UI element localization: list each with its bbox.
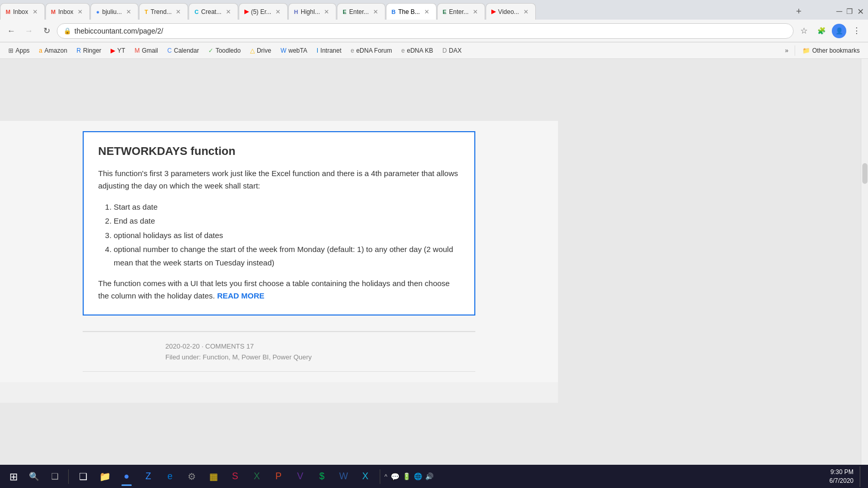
chat-icon[interactable]: 💬 <box>391 473 399 481</box>
scroll-track[interactable] <box>861 59 868 465</box>
category-link[interactable]: Power BI <box>241 353 269 361</box>
bookmark-icon: ⊞ <box>8 47 13 54</box>
list-item: optional number to change the start of t… <box>114 243 460 269</box>
tab-tab7[interactable]: H Highl... ✕ <box>288 3 336 20</box>
taskbar-chrome[interactable]: ● <box>116 466 137 487</box>
tab-close-button[interactable]: ✕ <box>224 8 233 16</box>
tab-title: The B... <box>398 8 420 15</box>
tab-favicon: M <box>6 9 10 15</box>
bookmark-label: YT <box>117 47 125 54</box>
bookmark-12[interactable]: DDAX <box>438 45 466 56</box>
taskbar-edge[interactable]: e <box>160 466 180 487</box>
taskbar-word[interactable]: W <box>333 466 354 487</box>
taskbar-excel[interactable]: X <box>246 466 267 487</box>
battery-icon: 🔋 <box>402 473 411 480</box>
tab-tab9[interactable]: B The B... ✕ <box>386 3 437 20</box>
bookmark-5[interactable]: CCalendar <box>163 45 203 56</box>
restore-btn[interactable]: ❐ <box>846 7 853 15</box>
bookmark-8[interactable]: WwebTA <box>276 45 312 56</box>
taskbar-clock[interactable]: 9:30 PM 6/7/2020 <box>829 468 858 485</box>
settings-button[interactable]: ⋮ <box>849 24 864 38</box>
tab-title: bjuliu... <box>102 8 122 15</box>
tab-tab5[interactable]: C Creat... ✕ <box>189 3 238 20</box>
bookmark-icon: ▶ <box>111 47 115 54</box>
taskbar-sage[interactable]: $ <box>312 466 332 487</box>
up-arrow-icon[interactable]: ^ <box>384 473 388 480</box>
bookmark-icon: ✓ <box>208 47 213 54</box>
tab-close-button[interactable]: ✕ <box>125 8 133 16</box>
taskbar-zoom[interactable]: Z <box>138 466 159 487</box>
tab-close-button[interactable]: ✕ <box>423 8 431 16</box>
tab-tab4[interactable]: T Trend... ✕ <box>139 3 189 20</box>
taskbar-codex[interactable]: ⚙ <box>181 466 202 487</box>
taskbar-file-explorer[interactable]: 📁 <box>95 466 115 487</box>
bookmark-6[interactable]: ✓Toodledo <box>204 45 245 56</box>
tab-title: Enter... <box>349 8 369 15</box>
bookmark-label: Calendar <box>174 47 199 54</box>
bookmark-10[interactable]: eeDNA Forum <box>347 45 396 56</box>
bookmark-label: webTA <box>288 47 307 54</box>
category-link[interactable]: Power Query <box>272 353 312 361</box>
category-link[interactable]: Function <box>203 353 228 361</box>
tab-tab3[interactable]: ● bjuliu... ✕ <box>90 3 138 20</box>
tab-tab1[interactable]: M Inbox ✕ <box>0 3 45 20</box>
tab-tab10[interactable]: E Enter... ✕ <box>437 3 485 20</box>
category-link[interactable]: M <box>232 353 238 361</box>
taskbar-vs[interactable]: V <box>290 466 311 487</box>
profile-button[interactable]: 👤 <box>832 24 846 38</box>
tab-close-button[interactable]: ✕ <box>76 8 84 16</box>
back-button[interactable]: ← <box>4 24 19 38</box>
search-button[interactable]: 🔍 <box>25 467 43 486</box>
bookmark-icon: e <box>351 47 354 54</box>
address-bar[interactable]: 🔒 thebiccountant.com/page/2/ <box>57 23 794 39</box>
bookmark-label: DAX <box>449 47 462 54</box>
tab-favicon: ▶ <box>244 8 249 15</box>
close-btn[interactable]: ✕ <box>857 7 864 17</box>
tab-tab2[interactable]: M Inbox ✕ <box>45 3 90 20</box>
tab-close-button[interactable]: ✕ <box>471 8 479 16</box>
bookmark-4[interactable]: MGmail <box>130 45 162 56</box>
bookmark-0[interactable]: ⊞Apps <box>4 45 34 56</box>
tab-tab11[interactable]: ▶ Video... ✕ <box>486 3 535 20</box>
bookmark-7[interactable]: △Drive <box>246 45 275 56</box>
scroll-thumb[interactable] <box>862 163 867 184</box>
tab-close-button[interactable]: ✕ <box>322 8 331 16</box>
taskbar-ssms[interactable]: S <box>225 466 245 487</box>
bookmark-star-button[interactable]: ☆ <box>797 24 811 38</box>
other-bookmarks-button[interactable]: 📁 Other bookmarks <box>798 45 864 56</box>
article-list: Start as date End as date optional holid… <box>114 200 460 270</box>
forward-button[interactable]: → <box>22 24 36 38</box>
start-button[interactable]: ⊞ <box>4 467 23 486</box>
minimize-btn[interactable]: ─ <box>836 7 842 16</box>
bookmarks-bar: ⊞AppsaAmazonRRinger▶YTMGmailCCalendar✓To… <box>0 42 868 59</box>
bookmark-3[interactable]: ▶YT <box>106 45 129 56</box>
tab-close-button[interactable]: ✕ <box>371 8 380 16</box>
tab-close-button[interactable]: ✕ <box>174 8 182 16</box>
extension-button[interactable]: 🧩 <box>814 24 829 38</box>
bookmarks-more-button[interactable]: » <box>782 45 792 56</box>
tab-title: Inbox <box>13 8 28 15</box>
tab-tab6[interactable]: ▶ (5) Er... ✕ <box>239 3 288 20</box>
reload-button[interactable]: ↻ <box>39 24 54 38</box>
bookmark-11[interactable]: eeDNA KB <box>397 45 437 56</box>
tab-close-button[interactable]: ✕ <box>274 8 282 16</box>
taskbar-task-view[interactable]: ❑ <box>73 466 94 487</box>
new-tab-button[interactable]: + <box>792 4 806 19</box>
tab-close-button[interactable]: ✕ <box>31 8 39 16</box>
taskbar-powerpoint[interactable]: P <box>268 466 289 487</box>
bookmark-9[interactable]: IIntranet <box>313 45 346 56</box>
bookmark-icon: △ <box>250 47 255 54</box>
content-area: NETWORKDAYS function This function's fir… <box>0 121 558 383</box>
volume-icon[interactable]: 🔊 <box>425 473 433 480</box>
bookmark-1[interactable]: aAmazon <box>35 45 71 56</box>
show-desktop-button[interactable] <box>860 466 864 487</box>
bookmark-2[interactable]: RRinger <box>72 45 105 56</box>
read-more-link[interactable]: READ MORE <box>217 291 265 300</box>
taskbar-power-bi[interactable]: ▦ <box>203 466 224 487</box>
tab-favicon: M <box>51 9 56 15</box>
taskbar-xero[interactable]: X <box>355 466 376 487</box>
task-view-button[interactable]: ❑ <box>45 467 64 486</box>
tab-favicon: E <box>343 9 346 15</box>
tab-tab8[interactable]: E Enter... ✕ <box>337 3 385 20</box>
tab-close-button[interactable]: ✕ <box>522 8 530 16</box>
